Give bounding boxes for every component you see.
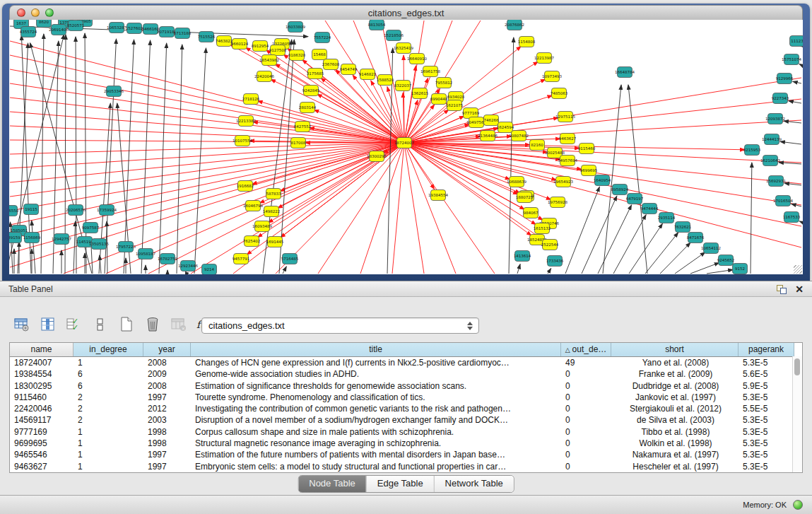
svg-text:19756928: 19756928 [548, 200, 567, 204]
svg-text:11123: 11123 [791, 39, 803, 43]
svg-text:1615132: 1615132 [534, 226, 551, 230]
svg-text:8958924: 8958924 [611, 187, 629, 192]
cell-name: 9777169 [10, 426, 73, 438]
network-canvas[interactable]: 1637862013754109054355724206914068520571… [9, 20, 803, 274]
sort-ascending-icon: △ [565, 346, 570, 354]
svg-text:1154808: 1154808 [518, 40, 536, 44]
cell-out_degree: 0 [561, 461, 611, 472]
table-row[interactable]: 946362711997Embryonic stem cells: a mode… [10, 461, 802, 472]
network-canvas-area[interactable]: 1637862013754109054355724206914068520571… [9, 20, 803, 274]
svg-text:9214: 9214 [204, 267, 214, 271]
svg-text:10025488: 10025488 [545, 151, 565, 155]
column-header-name[interactable]: name [10, 343, 73, 356]
column-header-short[interactable]: short [611, 343, 739, 356]
table-row[interactable]: 946554611997Estimation of the future num… [10, 449, 802, 460]
table-row[interactable]: 911546021997Tourette syndrome. Phenomeno… [10, 392, 802, 403]
table-panel-title: Table Panel [8, 284, 53, 294]
cell-name: 9465546 [10, 449, 73, 460]
table-row[interactable]: 1456911722003Disruption of a novel membe… [10, 414, 802, 426]
svg-text:1640954: 1640954 [594, 178, 611, 182]
column-header-title[interactable]: title [191, 343, 561, 356]
status-bar: Memory: OK [0, 495, 812, 514]
cell-title: Investigating the contribution of common… [191, 403, 561, 414]
svg-text:20206576: 20206576 [66, 208, 86, 212]
svg-text:7463822: 7463822 [216, 39, 233, 43]
svg-text:1498222: 1498222 [263, 209, 281, 214]
table-row[interactable]: 977716911998Corpus callosum shape and si… [10, 426, 802, 438]
svg-text:12093872: 12093872 [765, 117, 785, 121]
table-row[interactable]: 1938455462009Genome-wide association stu… [10, 368, 802, 380]
delete-column-icon[interactable] [143, 315, 162, 334]
svg-text:8186328: 8186328 [288, 53, 306, 57]
cell-pagerank: 5.3E-5 [739, 426, 794, 438]
cell-out_degree: 0 [561, 414, 611, 426]
vertical-scrollbar[interactable] [792, 356, 802, 472]
svg-text:7955812: 7955812 [435, 81, 453, 85]
cell-year: 2008 [143, 357, 191, 368]
svg-text:12942757: 12942757 [52, 237, 71, 241]
tab-edge-table[interactable]: Edge Table [366, 476, 434, 492]
column-header-out_degree[interactable]: △out_de… [561, 343, 611, 356]
table-select-dropdown[interactable]: citations_edges.txt [201, 317, 479, 334]
svg-text:1527602: 1527602 [126, 26, 143, 30]
svg-text:17016504: 17016504 [773, 199, 793, 203]
svg-text:4355724: 4355724 [20, 30, 37, 34]
new-column-icon[interactable] [117, 315, 136, 334]
node-table: namein_degreeyeartitle△out_de…shortpager… [9, 342, 803, 473]
svg-text:12444139: 12444139 [762, 137, 782, 141]
select-columns-icon[interactable]: ✓✓ [65, 315, 83, 334]
svg-text:6990448: 6990448 [430, 97, 448, 101]
delete-table-icon[interactable]: ✕ [170, 315, 188, 334]
cell-in_degree: 6 [73, 368, 143, 380]
cell-out_degree: 0 [561, 392, 611, 403]
table-row[interactable]: 1872400712008Changes of HCN gene express… [10, 357, 802, 368]
close-panel-icon[interactable]: ✕ [795, 283, 804, 296]
table-row[interactable]: 2242004622012Investigating the contribut… [10, 403, 802, 414]
svg-text:9699695: 9699695 [580, 168, 598, 173]
svg-text:12213987: 12213987 [534, 56, 554, 60]
column-header-year[interactable]: year [143, 343, 191, 356]
column-header-pagerank[interactable]: pagerank [739, 343, 794, 356]
svg-text:6479197: 6479197 [626, 197, 644, 201]
row-mode-icon[interactable] [91, 315, 110, 334]
cell-title: Tourette syndrome. Phenomenology and cla… [191, 392, 561, 403]
svg-text:16961758: 16961758 [420, 69, 440, 74]
table-row[interactable]: 969969511998Structural magnetic resonanc… [10, 438, 802, 449]
svg-text:587833: 587833 [266, 192, 281, 196]
cell-title: Structural magnetic resonance image aver… [191, 438, 561, 449]
tab-node-table[interactable]: Node Table [298, 476, 366, 492]
memory-status-button[interactable] [793, 500, 803, 510]
tab-network-table[interactable]: Network Table [434, 476, 514, 492]
cell-short: Stergiakouli et al. (2012) [611, 403, 739, 414]
cell-year: 1997 [143, 392, 191, 403]
cell-name: 22420046 [10, 403, 73, 414]
network-window-titlebar[interactable]: citations_edges.txt [9, 5, 803, 21]
resize-grip-icon[interactable] [794, 265, 802, 274]
svg-text:19654923: 19654923 [553, 180, 573, 184]
svg-text:22420046: 22420046 [254, 74, 274, 78]
float-panel-icon[interactable] [777, 285, 787, 294]
svg-text:17957223: 17957223 [116, 245, 136, 249]
cell-out_degree: 0 [561, 403, 611, 414]
column-header-in_degree[interactable]: in_degree [73, 343, 143, 356]
svg-text:2718126: 2718126 [242, 97, 260, 101]
svg-text:20691406: 20691406 [49, 28, 69, 32]
svg-text:2367608: 2367608 [322, 62, 340, 66]
cell-year: 2009 [143, 368, 191, 380]
table-tabs: Node TableEdge TableNetwork Table [298, 475, 514, 493]
svg-text:8912954: 8912954 [252, 44, 269, 48]
svg-text:8520571: 8520571 [67, 23, 85, 28]
show-columns-icon[interactable] [39, 315, 57, 334]
scrollbar-thumb[interactable] [794, 358, 800, 375]
svg-text:10107554: 10107554 [233, 139, 252, 143]
table-row[interactable]: 1830029562008Estimation of significance … [10, 380, 802, 392]
svg-text:9777169: 9777169 [462, 111, 480, 115]
cell-pagerank: 5.3E-5 [739, 357, 794, 368]
table-body: 1872400712008Changes of HCN gene express… [10, 357, 802, 472]
svg-text:1362615: 1362615 [411, 91, 429, 95]
cell-in_degree: 2 [73, 414, 143, 426]
cell-pagerank: 5.3E-5 [739, 438, 794, 449]
cell-name: 14569117 [10, 414, 73, 426]
svg-text:1167533: 1167533 [783, 215, 801, 219]
column-settings-icon[interactable] [13, 315, 31, 334]
